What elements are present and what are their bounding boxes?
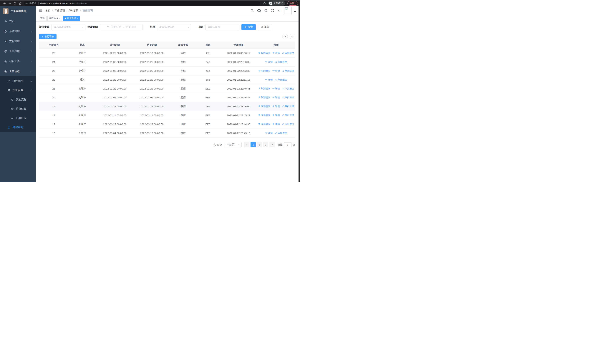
detail-link[interactable]: 详情 — [272, 123, 280, 126]
cancel-leave-link[interactable]: 取消请假 — [258, 87, 270, 90]
sidebar-item-payment[interactable]: ¥支付管理 — [0, 36, 36, 46]
detail-link[interactable]: 详情 — [272, 87, 280, 90]
cancel-leave-link[interactable]: 取消请假 — [258, 114, 270, 117]
breadcrumb-item[interactable]: 工作流程 — [55, 9, 65, 12]
trash-icon — [258, 123, 260, 126]
edit-icon — [282, 123, 284, 126]
browser-scrollbar[interactable] — [299, 6, 300, 182]
eye-o-icon — [265, 78, 267, 81]
chevron-down-icon — [31, 40, 32, 42]
help-icon[interactable] — [264, 9, 268, 12]
edit-icon — [282, 96, 284, 99]
cancel-leave-link[interactable]: 取消请假 — [258, 69, 270, 73]
cell-end: 2022-01-26 00:00:00 — [133, 57, 170, 66]
close-tab-icon[interactable]: × — [77, 17, 78, 20]
progress-link[interactable]: 审批进度 — [282, 69, 294, 73]
breadcrumb-item[interactable]: 首页 — [45, 9, 50, 12]
detail-link[interactable]: 详情 — [272, 114, 280, 117]
back-icon[interactable] — [2, 1, 7, 6]
sidebar-item-my-process[interactable]: 我的流程 — [0, 95, 36, 104]
home-icon[interactable] — [18, 1, 23, 6]
progress-link[interactable]: 审批进度 — [282, 87, 294, 90]
goto-page-input[interactable] — [284, 142, 291, 147]
detail-link[interactable]: 详情 — [272, 96, 280, 99]
page-button-2[interactable]: 2 — [257, 142, 262, 147]
page-button-3[interactable]: 3 — [263, 142, 268, 147]
progress-link[interactable]: 审批进度 — [275, 60, 287, 64]
cell-start: 2022-01-03 00:00:00 — [96, 57, 133, 66]
progress-link[interactable]: 审批进度 — [275, 78, 287, 81]
progress-link[interactable]: 审批进度 — [282, 105, 294, 108]
sidebar-toggle-icon[interactable] — [39, 9, 42, 12]
tab-process-detail[interactable]: 流程详情× — [47, 16, 62, 21]
app-logo[interactable]: 芋道管理系统 — [0, 6, 36, 16]
forward-icon[interactable] — [7, 1, 12, 6]
avatar[interactable] — [284, 7, 292, 14]
bookmark-star-icon[interactable] — [262, 1, 267, 6]
chevron-down-icon — [31, 60, 32, 62]
sidebar-item-leave-query[interactable]: 请假查询 — [0, 123, 36, 132]
leave-type-select[interactable]: 请选择请假类型 — [52, 24, 85, 30]
sidebar-item-home[interactable]: 首页 — [0, 16, 36, 26]
action-label: 审批进度 — [285, 123, 294, 126]
action-label: 取消请假 — [261, 123, 270, 126]
sidebar-item-system[interactable]: 系统管理 — [0, 26, 36, 36]
detail-link[interactable]: 详情 — [272, 52, 280, 55]
sidebar-item-done-tasks[interactable]: 已办任务 — [0, 113, 36, 123]
eye-o-icon — [265, 61, 267, 63]
browser-menu-icon[interactable] — [296, 2, 297, 4]
sidebar-item-process-mgmt[interactable]: 流程管理 — [0, 76, 36, 86]
progress-link[interactable]: 审批进度 — [282, 52, 294, 55]
detail-link[interactable]: 详情 — [272, 105, 280, 108]
update-button[interactable]: 更新 — [287, 1, 298, 6]
next-page-button[interactable] — [269, 142, 275, 147]
fullscreen-icon[interactable] — [271, 9, 274, 12]
detail-link[interactable]: 详情 — [272, 69, 280, 73]
detail-link[interactable]: 详情 — [265, 60, 272, 64]
create-leave-button[interactable]: + 发起请假 — [39, 34, 56, 39]
font-size-icon[interactable]: TT — [278, 9, 281, 12]
progress-link[interactable]: 审批进度 — [282, 96, 294, 99]
github-icon[interactable] — [257, 9, 261, 12]
cancel-leave-link[interactable]: 取消请假 — [258, 96, 270, 99]
cancel-leave-link[interactable]: 取消请假 — [258, 123, 270, 126]
breadcrumb-item[interactable]: OA 示例 — [69, 9, 78, 12]
eye-o-icon — [272, 52, 275, 55]
sidebar-item-todo-tasks[interactable]: 待办任务 — [0, 104, 36, 113]
cancel-leave-link[interactable]: 取消请假 — [258, 52, 270, 55]
sidebar-item-devtools[interactable]: 研发工具 — [0, 56, 36, 66]
cell-start: 2022-01-22 00:00:00 — [96, 84, 133, 93]
cancel-leave-link[interactable]: 取消请假 — [258, 105, 270, 108]
address-bar[interactable]: 不安全 dashboard.yudao.iocoder.cn/bpm/oa/le… — [24, 1, 260, 6]
detail-link[interactable]: 详情 — [265, 78, 272, 81]
toggle-search-button[interactable] — [282, 34, 288, 39]
sidebar-item-infra[interactable]: 基础设施 — [0, 46, 36, 56]
progress-link[interactable]: 审批进度 — [282, 123, 294, 126]
tab-leave-query[interactable]: 请假查询× — [63, 16, 80, 21]
sidebar-item-workflow[interactable]: 工作流程 — [0, 66, 36, 76]
refresh-table-button[interactable] — [290, 34, 295, 39]
reload-icon[interactable] — [12, 1, 18, 6]
search-icon[interactable] — [251, 9, 254, 12]
progress-link[interactable]: 审批进度 — [282, 114, 294, 117]
close-tab-icon[interactable]: × — [59, 17, 60, 20]
prev-page-button[interactable] — [244, 142, 249, 147]
action-label: 详情 — [275, 123, 280, 126]
reset-button[interactable]: 重置 — [258, 24, 272, 30]
user-menu-caret-icon[interactable] — [294, 11, 296, 12]
page-button-1[interactable]: 1 — [251, 142, 256, 147]
page-size-select[interactable]: 10条/页 — [225, 142, 242, 147]
edit-icon — [275, 132, 277, 135]
progress-link[interactable]: 审批进度 — [275, 131, 287, 135]
detail-link[interactable]: 详情 — [265, 131, 272, 135]
sidebar-item-label: 研发工具 — [9, 60, 20, 63]
tab-home[interactable]: 首页 — [39, 16, 47, 21]
result-select[interactable]: 请选择流结果 — [157, 24, 191, 30]
table-row: 23处理中2022-01-03 00:00:002022-01-26 00:00… — [39, 66, 295, 75]
reason-input[interactable]: 请输入原因 — [206, 24, 239, 30]
edit-icon — [275, 78, 277, 81]
search-button[interactable]: 搜索 — [242, 24, 256, 30]
cell-id: 16 — [39, 129, 68, 138]
apply-time-range-picker[interactable]: 开始日期 - 结束日期 — [100, 24, 142, 30]
sidebar-item-task-mgmt[interactable]: 任务管理 — [0, 86, 36, 95]
